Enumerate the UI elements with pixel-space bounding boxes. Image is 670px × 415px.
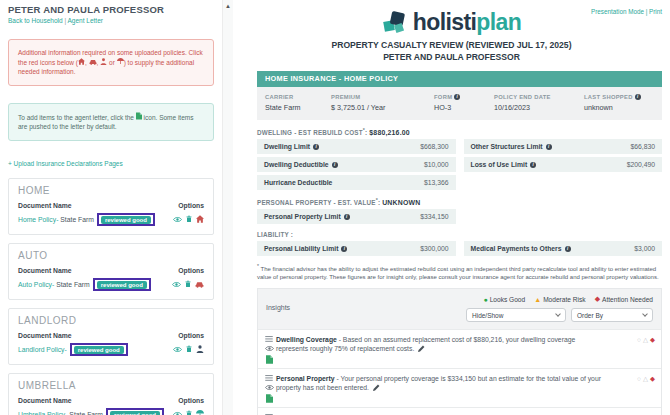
info-label: FORMi [434,94,494,100]
view-icon[interactable] [173,216,182,223]
advisor-footnote: * The financial advisor has the ability … [257,262,662,281]
document-row: Landlord Policy-reviewed good [18,343,204,356]
landlord-icon[interactable] [196,345,204,353]
status-triangle-icon[interactable]: △ [643,336,648,364]
agent-letter-link[interactable]: Agent Letter [68,17,103,24]
coverage-cell: Personal Property Limiti $334,150 [257,209,456,224]
looks-good-icon: ● [483,296,487,303]
edit-pencil-icon[interactable] [418,345,425,352]
coverage-label: Personal Liability Limit [264,245,338,252]
col-options: Options [178,202,204,209]
coverage-value: $66,830 [630,143,655,150]
col-document-name: Document Name [18,267,72,274]
home-policy-link[interactable]: Home Policy- [18,216,58,223]
view-icon[interactable] [173,346,182,353]
empty-cell [464,175,663,190]
delete-icon[interactable] [185,280,191,288]
agent-letter-tip: To add items to the agent letter, click … [8,103,214,141]
info-label: LAST SHOPPEDi [584,94,654,100]
status-badge: reviewed good [97,281,147,289]
eye-icon[interactable] [265,384,274,391]
policy-card-umbrella: UMBRELLA Document Name Options Umbrella … [8,373,214,415]
status-circle-icon[interactable]: ○ [637,336,641,364]
policy-end-date-value: 10/16/2023 [494,103,584,112]
legend-label: Attention Needed [602,296,653,303]
dwelling-coverage-grid: Dwelling Limiti $668,300 Other Structure… [257,139,662,190]
insight-row-dwelling-coverage: Dwelling Coverage - Based on an assumed … [258,329,661,368]
policy-info-row: CARRIER State Farm PREMIUM $ 3,725.01 / … [257,87,662,120]
coverage-value: $668,300 [420,143,448,150]
info-icon[interactable]: i [546,144,552,150]
presentation-mode-link[interactable]: Presentation Mode [591,8,644,15]
status-diamond-icon[interactable]: ◆ [650,336,655,364]
col-options: Options [178,267,204,274]
edit-pencil-icon[interactable] [373,384,380,391]
info-label: CARRIER [265,94,331,100]
coverage-label: Medical Payments to Others [471,245,562,252]
rebuild-cost-value: $880,216.00 [369,129,410,136]
upload-declarations-link[interactable]: + Upload Insurance Declarations Pages [8,160,123,167]
landlord-policy-link[interactable]: Landlord Policy- [18,346,67,353]
tip-text: To add items to the agent letter, click … [18,114,136,121]
print-link[interactable]: Print [649,8,662,15]
sidebar-scrollbar[interactable]: ▲ [222,0,233,415]
policy-card-auto: AUTO Document Name Options Auto Policy- … [8,243,214,300]
letter-icon[interactable] [266,394,273,403]
insight-row-personal-property: Personal Property - Your personal proper… [258,368,661,407]
info-icon[interactable]: i [332,162,338,168]
hide-show-select[interactable]: Hide/Show [466,308,566,322]
review-status-highlight: reviewed good [70,343,128,356]
info-icon[interactable]: i [344,214,350,220]
status-badge: reviewed good [101,216,151,224]
view-icon[interactable] [172,281,181,288]
scroll-up-arrow[interactable]: ▲ [223,3,233,9]
status-circle-icon[interactable]: ○ [637,375,641,403]
info-icon[interactable]: i [341,246,347,252]
sidebar-nav: Back to Household | Agent Letter [8,17,214,24]
policy-section-header: HOME INSURANCE - HOME POLICY [257,71,662,87]
insight-status-toggle[interactable]: ○ △ ◆ [619,374,655,403]
nav-divider: | [64,17,66,24]
eye-icon[interactable] [265,345,274,352]
umbrella-icon[interactable] [196,410,204,415]
status-triangle-icon[interactable]: △ [643,375,648,403]
carrier-suffix: State Farm [54,281,90,288]
card-title: LANDLORD [18,315,204,326]
coverage-value: $334,150 [420,213,448,220]
car-icon [89,59,97,65]
info-label: POLICY END DATE [494,94,584,100]
page-title: PROPERTY CASUALTY REVIEW (REVIEWED JUL 1… [233,40,670,52]
info-icon[interactable]: i [565,246,571,252]
card-title: UMBRELLA [18,380,204,391]
attention-needed-icon: ◆ [595,295,600,303]
coverage-value: $200,490 [627,161,655,168]
drag-handle-icon[interactable] [265,375,273,381]
house-icon[interactable] [196,215,204,223]
view-icon[interactable] [173,411,182,415]
drag-handle-icon[interactable] [265,336,273,342]
personal-property-grid: Personal Property Limiti $334,150 [257,209,662,224]
info-icon[interactable]: i [313,144,319,150]
letter-icon[interactable] [266,355,273,364]
empty-cell [464,209,663,224]
coverage-cell: Dwelling Deductiblei $10,000 [257,157,456,172]
insights-legend: ●Looks Good ▲Moderate Risk ◆Attention Ne… [483,295,653,303]
insight-status-toggle[interactable]: ○ △ ◆ [619,335,655,364]
order-by-select[interactable]: Order By [571,308,653,322]
coverage-cell: Personal Liability Limiti $300,000 [257,241,456,256]
back-to-household-link[interactable]: Back to Household [8,17,63,24]
status-badge: reviewed good [110,411,160,415]
umbrella-policy-link[interactable]: Umbrella Policy- [18,411,67,415]
col-document-name: Document Name [18,332,72,339]
car-icon[interactable] [195,281,204,288]
info-icon[interactable]: i [454,94,460,100]
delete-icon[interactable] [186,345,192,353]
info-icon[interactable]: i [635,94,641,100]
info-icon[interactable]: i [530,162,536,168]
auto-policy-link[interactable]: Auto Policy- [18,281,54,288]
status-diamond-icon[interactable]: ◆ [650,375,655,403]
delete-icon[interactable] [186,410,192,415]
coverage-cell: Dwelling Limiti $668,300 [257,139,456,154]
delete-icon[interactable] [186,215,192,223]
umbrella-icon [117,58,124,65]
